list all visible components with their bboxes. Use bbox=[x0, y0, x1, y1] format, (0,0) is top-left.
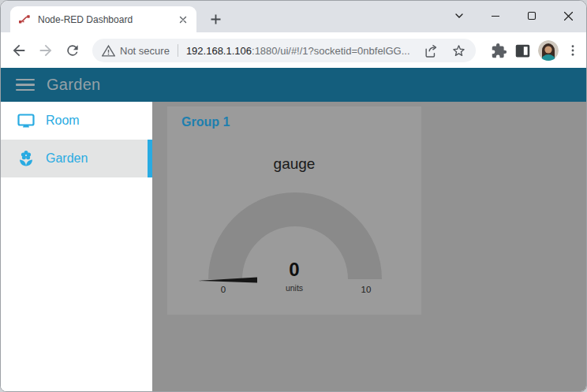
security-label: Not secure bbox=[120, 45, 170, 57]
dashboard-main: Group 1 gauge 0 units 0 10 bbox=[152, 102, 586, 392]
address-bar[interactable]: Not secure 192.168.1.106:1880/ui/#!/1?so… bbox=[92, 39, 476, 62]
browser-menu-dots-icon[interactable] bbox=[566, 43, 580, 58]
share-icon[interactable] bbox=[424, 43, 439, 58]
url-text: 192.168.1.106:1880/ui/#!/1?socketid=0nbf… bbox=[186, 45, 417, 57]
gauge-min-label: 0 bbox=[209, 285, 237, 294]
reload-button[interactable] bbox=[61, 39, 84, 62]
flower-icon bbox=[17, 149, 36, 168]
window-controls bbox=[441, 1, 586, 31]
close-window-button[interactable] bbox=[550, 1, 586, 31]
browser-toolbar: Not secure 192.168.1.106:1880/ui/#!/1?so… bbox=[1, 32, 586, 68]
side-panel-icon[interactable] bbox=[514, 43, 531, 59]
node-red-favicon-icon bbox=[18, 13, 32, 26]
dashboard-header: Garden bbox=[1, 68, 586, 102]
url-host: 192.168.1.106 bbox=[186, 45, 252, 57]
bookmark-star-icon[interactable] bbox=[451, 43, 466, 58]
monitor-icon bbox=[17, 111, 36, 130]
plus-icon bbox=[210, 13, 222, 25]
url-path: :1880/ui/#!/1?socketid=0nbfelGG... bbox=[252, 45, 410, 57]
forward-button[interactable] bbox=[34, 39, 58, 62]
new-tab-button[interactable] bbox=[204, 8, 226, 30]
minimize-button[interactable] bbox=[477, 1, 514, 31]
gauge-max-label: 10 bbox=[352, 285, 380, 294]
page-title: Garden bbox=[47, 76, 101, 94]
omnibox-divider bbox=[178, 44, 178, 57]
tab-close-icon[interactable] bbox=[176, 13, 190, 27]
group-card: Group 1 gauge 0 units 0 10 bbox=[167, 106, 421, 315]
omnibox-actions bbox=[424, 43, 466, 58]
sidebar: Room bbox=[1, 102, 152, 392]
sidebar-item-garden[interactable]: Garden bbox=[1, 140, 152, 177]
back-button[interactable] bbox=[7, 39, 31, 62]
toolbar-right-cluster bbox=[491, 39, 580, 62]
security-chip[interactable]: Not secure bbox=[102, 44, 170, 58]
profile-avatar[interactable] bbox=[538, 40, 559, 61]
gauge-value: 0 bbox=[167, 259, 421, 281]
browser-tab[interactable]: Node-RED Dashboard bbox=[10, 6, 196, 32]
menu-hamburger-icon[interactable] bbox=[16, 76, 35, 95]
tab-search-chevron-icon[interactable] bbox=[441, 1, 477, 31]
warning-triangle-icon bbox=[102, 44, 115, 58]
sidebar-item-label: Garden bbox=[46, 151, 88, 166]
sidebar-item-label: Room bbox=[46, 114, 80, 128]
extensions-puzzle-icon[interactable] bbox=[491, 43, 507, 59]
browser-window: Node-RED Dashboard bbox=[0, 0, 587, 392]
dashboard-body: Room bbox=[1, 102, 586, 392]
maximize-button[interactable] bbox=[514, 1, 550, 31]
sidebar-item-room[interactable]: Room bbox=[1, 102, 152, 140]
tab-title: Node-RED Dashboard bbox=[38, 14, 176, 25]
gauge-units: units bbox=[167, 283, 421, 293]
tab-strip: Node-RED Dashboard bbox=[1, 1, 586, 32]
